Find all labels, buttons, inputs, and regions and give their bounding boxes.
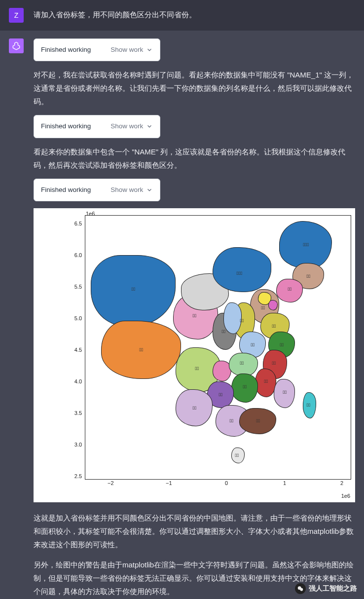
show-work-toggle[interactable]: Finished working Show work <box>34 115 160 138</box>
show-work-label: Show work <box>110 44 143 56</box>
status-label: Finished working <box>41 120 91 132</box>
y-tick: 5.0 <box>74 314 82 324</box>
wechat-icon <box>295 583 306 594</box>
province-label: ▯▯▯ <box>236 270 242 277</box>
show-work-label: Show work <box>110 184 143 196</box>
x-tick: 2 <box>340 479 343 488</box>
province-label: ▯▯ <box>240 317 244 324</box>
assistant-message-row: Finished working Show work 对不起，我在尝试获取省份名… <box>0 31 364 599</box>
province-label: ▯▯ <box>283 388 287 395</box>
y-tick: 4.5 <box>74 345 82 355</box>
province-label: ▯▯ <box>221 328 225 335</box>
assistant-content: Finished working Show work 对不起，我在尝试获取省份名… <box>34 38 355 599</box>
show-work-toggle[interactable]: Finished working Show work <box>34 38 160 61</box>
openai-icon <box>11 41 21 51</box>
y-tick: 3.5 <box>74 409 82 418</box>
province-shape <box>268 300 278 310</box>
province-shape <box>223 302 242 334</box>
province-label: ▯▯ <box>243 383 247 390</box>
province-label: ▯▯ <box>240 360 244 367</box>
status-label: Finished working <box>41 184 91 196</box>
province-label: ▯▯ <box>139 346 143 353</box>
province-label: ▯▯ <box>192 405 196 412</box>
province-label: ▯▯ <box>195 365 199 372</box>
province-label: ▯▯ <box>288 286 291 293</box>
assistant-avatar <box>9 38 24 53</box>
x-tick: 1 <box>283 479 286 488</box>
assistant-paragraph: 对不起，我在尝试获取省份名称时遇到了问题。看起来你的数据集中可能没有 "NAME… <box>34 68 355 108</box>
province-label: ▯▯ <box>264 378 268 385</box>
y-tick: 2.5 <box>74 472 82 482</box>
chevron-down-icon <box>146 123 153 130</box>
province-label: ▯▯ <box>256 417 260 424</box>
province-label: ▯▯ <box>261 304 265 311</box>
map-plot-area: ▯▯ ▯▯ ▯▯ ▯▯▯ ▯▯▯ ▯▯ ▯▯ ▯▯ ▯▯ ▯▯ ▯▯ ▯▯ ▯▯… <box>85 215 351 480</box>
x-axis-exponent: 1e6 <box>341 491 350 501</box>
status-label: Finished working <box>41 44 91 56</box>
x-tick: −2 <box>108 479 114 488</box>
chevron-down-icon <box>146 46 153 53</box>
svg-point-1 <box>300 588 303 591</box>
watermark-text: 强人工智能之路 <box>309 584 357 593</box>
province-label: ▯▯ <box>251 341 255 348</box>
chevron-down-icon <box>146 187 153 193</box>
user-message-row: Z 请加入省份标签，用不同的颜色区分出不同省份。 <box>0 0 364 31</box>
x-tick: −1 <box>166 479 172 488</box>
y-tick: 3.0 <box>74 440 82 450</box>
y-tick: 6.5 <box>74 219 82 229</box>
show-work-label: Show work <box>110 120 143 132</box>
province-label: ▯▯ <box>280 341 284 348</box>
assistant-paragraph: 这就是加入省份标签并用不同颜色区分出不同省份的中国地图。请注意，由于一些省份的地… <box>34 511 355 551</box>
province-label: ▯▯ <box>272 323 276 330</box>
x-tick: 0 <box>225 479 228 488</box>
show-work-toggle[interactable]: Finished working Show work <box>34 179 160 201</box>
province-label: ▯▯ <box>306 402 310 409</box>
user-initial: Z <box>14 11 19 19</box>
user-message-text: 请加入省份标签，用不同的颜色区分出不同省份。 <box>34 8 355 21</box>
province-label: ▯▯ <box>229 417 233 424</box>
province-label: ▯▯ <box>235 452 239 459</box>
china-map-figure: 1e6 <box>34 208 355 502</box>
y-tick: 6.0 <box>74 251 82 261</box>
assistant-paragraph: 看起来你的数据集中包含一个 "NAME" 列，这应该就是各省份的名称。让我根据这… <box>34 145 355 172</box>
province-label: ▯▯ <box>131 286 135 293</box>
user-avatar: Z <box>9 8 24 23</box>
y-tick: 5.5 <box>74 282 82 292</box>
y-tick: 4.0 <box>74 377 82 387</box>
province-label: ▯▯ <box>192 312 196 319</box>
province-label: ▯▯ <box>272 360 276 367</box>
province-label: ▯▯ <box>218 391 222 398</box>
province-label: ▯▯▯ <box>303 241 309 248</box>
watermark: 强人工智能之路 <box>295 583 357 594</box>
province-label: ▯▯ <box>306 273 310 280</box>
